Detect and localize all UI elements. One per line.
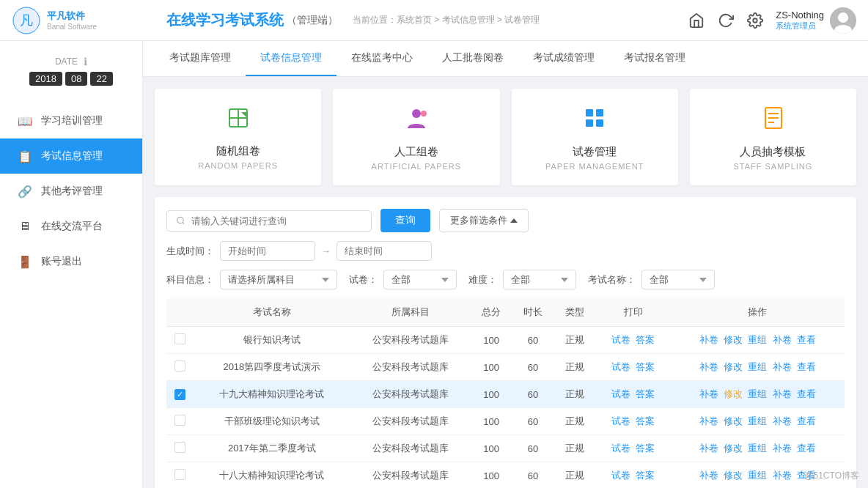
- row-checkbox-cell[interactable]: [166, 408, 193, 435]
- paper-type-select[interactable]: 全部: [383, 270, 457, 289]
- sidebar-item-other[interactable]: 🔗 其他考评管理: [0, 174, 142, 209]
- tab-monitor[interactable]: 在线监考中心: [336, 41, 427, 76]
- supplement-link[interactable]: 补卷: [699, 334, 718, 345]
- modify-link[interactable]: 修改: [724, 334, 743, 345]
- add-link[interactable]: 补卷: [773, 361, 792, 372]
- svg-marker-7: [241, 112, 247, 118]
- date-year: 2018: [29, 72, 62, 86]
- col-duration: 时长: [512, 298, 554, 327]
- modify-link[interactable]: 修改: [724, 388, 743, 399]
- row-checkbox-cell[interactable]: [166, 327, 193, 354]
- sidebar-item-label: 账号退出: [41, 255, 82, 268]
- settings-icon[interactable]: [746, 12, 764, 29]
- card-sampling[interactable]: 人员抽考模板 STAFF SAMPLING: [690, 89, 856, 185]
- row-checkbox[interactable]: [174, 389, 185, 400]
- supplement-link[interactable]: 补卷: [699, 443, 718, 454]
- exam-link[interactable]: 试卷: [611, 443, 630, 454]
- header-actions: ZS-Nothing 系统管理员: [688, 7, 856, 34]
- manage-subtitle: PAPER MANAGEMENT: [526, 162, 663, 171]
- row-subject: 公安科段考试题库: [351, 381, 471, 408]
- row-checkbox[interactable]: [174, 333, 185, 344]
- row-type: 正规: [554, 354, 596, 381]
- modify-link[interactable]: 修改: [724, 361, 743, 372]
- answer-link[interactable]: 答案: [636, 470, 655, 481]
- sidebar-item-exam[interactable]: 📋 考试信息管理: [0, 138, 142, 174]
- table-row: 十九大精神知识理论考试 公安科段考试题库 100 60 正规 试卷 答案 补卷 …: [166, 381, 845, 408]
- main-layout: DATE ℹ 2018 08 22 📖 学习培训管理 📋 考试信息管理 🔗 其他…: [0, 41, 868, 488]
- answer-link[interactable]: 答案: [636, 443, 655, 454]
- exam-name-filter-group: 考试名称： 全部: [588, 270, 715, 289]
- view-link[interactable]: 查看: [797, 334, 816, 345]
- view-link[interactable]: 查看: [797, 388, 816, 399]
- sidebar-item-learning[interactable]: 📖 学习培训管理: [0, 103, 142, 138]
- home-icon[interactable]: [688, 12, 705, 29]
- modify-link[interactable]: 修改: [724, 443, 743, 454]
- answer-link[interactable]: 答案: [636, 388, 655, 399]
- exam-link[interactable]: 试卷: [611, 470, 630, 481]
- row-checkbox[interactable]: [174, 415, 185, 426]
- add-link[interactable]: 补卷: [773, 388, 792, 399]
- start-date-input[interactable]: [220, 241, 315, 261]
- modify-link[interactable]: 修改: [724, 470, 743, 481]
- supplement-link[interactable]: 补卷: [699, 388, 718, 399]
- tab-results[interactable]: 考试成绩管理: [518, 41, 609, 76]
- add-link[interactable]: 补卷: [773, 415, 792, 426]
- exam-link[interactable]: 试卷: [611, 334, 630, 345]
- row-total: 100: [471, 381, 512, 408]
- tab-question-bank[interactable]: 考试题库管理: [155, 41, 246, 76]
- search-input[interactable]: [191, 215, 362, 226]
- card-manual[interactable]: 人工组卷 ARTIFICIAL PAPERS: [333, 89, 499, 185]
- exam-link[interactable]: 试卷: [611, 361, 630, 372]
- sidebar-item-logout[interactable]: 🚪 账号退出: [0, 244, 142, 279]
- exam-name-select[interactable]: 全部: [641, 270, 715, 289]
- supplement-link[interactable]: 补卷: [699, 470, 718, 481]
- rebuild-link[interactable]: 重组: [748, 470, 767, 481]
- query-button[interactable]: 查询: [380, 209, 430, 232]
- paper-type-label: 试卷：: [349, 273, 378, 286]
- sidebar-item-forum[interactable]: 🖥 在线交流平台: [0, 209, 142, 244]
- tab-registration[interactable]: 考试报名管理: [609, 41, 700, 76]
- card-manage[interactable]: 试卷管理 PAPER MANAGEMENT: [512, 89, 678, 185]
- answer-link[interactable]: 答案: [636, 361, 655, 372]
- add-link[interactable]: 补卷: [773, 443, 792, 454]
- row-checkbox[interactable]: [174, 361, 185, 371]
- user-info[interactable]: ZS-Nothing 系统管理员: [776, 7, 856, 34]
- difficulty-select[interactable]: 全部: [503, 270, 576, 289]
- supplement-link[interactable]: 补卷: [699, 361, 718, 372]
- view-link[interactable]: 查看: [797, 443, 816, 454]
- rebuild-link[interactable]: 重组: [748, 388, 767, 399]
- card-random[interactable]: 随机组卷 RANDOM PAPERS: [155, 89, 321, 185]
- row-checkbox-cell[interactable]: [166, 381, 193, 408]
- svg-line-19: [183, 222, 184, 223]
- rebuild-link[interactable]: 重组: [748, 334, 767, 345]
- row-checkbox-cell[interactable]: [166, 354, 193, 381]
- more-filter-button[interactable]: 更多筛选条件: [439, 209, 529, 232]
- add-link[interactable]: 补卷: [773, 334, 792, 345]
- rebuild-link[interactable]: 重组: [748, 415, 767, 426]
- rebuild-link[interactable]: 重组: [748, 443, 767, 454]
- view-link[interactable]: 查看: [797, 415, 816, 426]
- info-icon[interactable]: ℹ: [84, 56, 87, 67]
- search-input-wrap[interactable]: [166, 210, 372, 232]
- tab-manual-review[interactable]: 人工批卷阅卷: [427, 41, 518, 76]
- supplement-link[interactable]: 补卷: [699, 415, 718, 426]
- subject-select[interactable]: 请选择所属科目: [220, 270, 337, 289]
- tab-paper-info[interactable]: 试卷信息管理: [246, 41, 336, 76]
- refresh-icon[interactable]: [717, 12, 735, 29]
- row-checkbox[interactable]: [174, 469, 185, 480]
- exam-link[interactable]: 试卷: [611, 388, 630, 399]
- rebuild-link[interactable]: 重组: [748, 361, 767, 372]
- modify-link[interactable]: 修改: [724, 415, 743, 426]
- end-date-input[interactable]: [336, 241, 432, 261]
- col-name: 考试名称: [193, 298, 351, 327]
- row-actions: 补卷 修改 重组 补卷 查看: [671, 435, 845, 462]
- row-checkbox-cell[interactable]: [166, 462, 193, 489]
- view-link[interactable]: 查看: [797, 361, 816, 372]
- add-link[interactable]: 补卷: [773, 470, 792, 481]
- answer-link[interactable]: 答案: [636, 334, 655, 345]
- answer-link[interactable]: 答案: [636, 415, 655, 426]
- logo-name: 平凡软件: [47, 10, 97, 23]
- row-checkbox[interactable]: [174, 442, 185, 453]
- row-checkbox-cell[interactable]: [166, 435, 193, 462]
- exam-link[interactable]: 试卷: [611, 415, 630, 426]
